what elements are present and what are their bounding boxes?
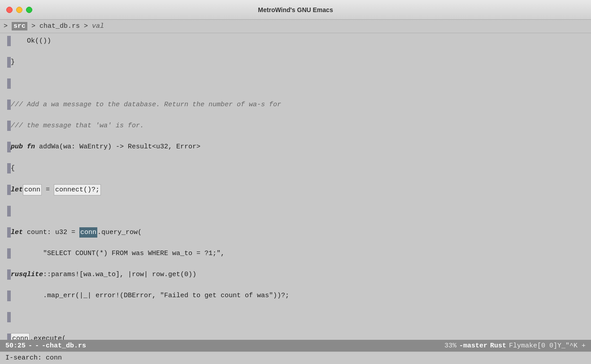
line-marker-11 — [7, 248, 11, 259]
status-language: Rust — [490, 342, 506, 350]
code-line-9 — [7, 206, 584, 217]
window-title: MetroWind's GNU Emacs — [258, 6, 333, 13]
line-marker-12 — [7, 269, 11, 280]
line-marker-14 — [7, 312, 11, 322]
line-marker-8 — [7, 185, 11, 195]
minibuffer-value[interactable]: conn — [46, 354, 62, 362]
line-marker-13 — [7, 290, 11, 301]
status-flymake: Flymake[0 0]Y_"^K + — [509, 342, 586, 350]
line-marker-10 — [7, 227, 11, 238]
line-marker-15 — [7, 334, 11, 340]
code-line-4: /// Add a wa message to the database. Re… — [7, 100, 584, 110]
code-line-6: pub fn addWa(wa: WaEntry) -> Result<u32,… — [7, 142, 584, 152]
code-line-3 — [7, 78, 584, 89]
close-button[interactable] — [6, 7, 13, 13]
status-position: 50:25 — [5, 342, 26, 350]
line-marker-4 — [7, 100, 11, 110]
minibuffer-label: I-search: — [5, 354, 42, 362]
maximize-button[interactable] — [26, 7, 32, 13]
code-line-15: conn.execute( — [7, 333, 584, 340]
breadcrumb-sep2: > — [80, 22, 92, 30]
breadcrumb-sep1: > — [27, 22, 39, 30]
minimize-button[interactable] — [16, 7, 22, 13]
code-line-2: } — [7, 57, 584, 68]
line-marker-6 — [7, 142, 11, 152]
code-line-13: .map_err(|_| error!(DBError, "Failed to … — [7, 290, 584, 301]
minibuffer: I-search: conn — [0, 351, 591, 364]
line-marker-9 — [7, 206, 11, 216]
breadcrumb-val: val — [92, 22, 104, 30]
status-branch: -master — [459, 342, 487, 350]
line-marker-2 — [7, 57, 11, 67]
line-marker-3 — [7, 78, 11, 89]
window-controls[interactable] — [6, 7, 32, 13]
code-content: Ok(()) } /// Add a wa message to the dat… — [0, 36, 591, 340]
status-bar: 50:25 - - -chat_db.rs 33% -master Rust F… — [0, 340, 591, 351]
breadcrumb-src[interactable]: src — [12, 22, 27, 30]
code-line-7: { — [7, 163, 584, 174]
line-marker-1 — [7, 36, 11, 46]
status-sep1: - — [28, 342, 32, 350]
status-sep2: - — [35, 342, 39, 350]
code-area: Ok(()) } /// Add a wa message to the dat… — [0, 33, 591, 340]
code-line-12: rusqlite::params![wa.wa_to], |row| row.g… — [7, 269, 584, 280]
highlight-conn3: conn — [11, 333, 30, 340]
status-filename: -chat_db.rs — [42, 342, 86, 350]
titlebar: MetroWind's GNU Emacs — [0, 0, 591, 20]
code-line-1: Ok(()) — [7, 36, 584, 47]
code-line-5: /// the message that 'wa' is for. — [7, 121, 584, 131]
line-marker-7 — [7, 163, 11, 173]
status-right: 33% -master Rust Flymake[0 0]Y_"^K + — [444, 342, 586, 350]
code-line-14 — [7, 312, 584, 323]
code-line-10: let count: u32 = conn.query_row( — [7, 227, 584, 238]
breadcrumb-file[interactable]: chat_db.rs — [39, 22, 80, 30]
status-percent: 33% — [444, 342, 456, 350]
code-line-8: let conn = connect()?; — [7, 184, 584, 195]
highlight-connect: connect()?; — [54, 184, 101, 195]
breadcrumb-bar: > src > chat_db.rs > val — [0, 20, 591, 33]
code-line-11: "SELECT COUNT(*) FROM was WHERE wa_to = … — [7, 248, 584, 259]
breadcrumb-arrow1: > — [4, 22, 12, 30]
highlight-conn1: conn — [23, 184, 42, 195]
highlight-conn2: conn — [79, 227, 97, 238]
line-marker-5 — [7, 121, 11, 131]
status-left: 50:25 - - -chat_db.rs — [5, 342, 86, 350]
